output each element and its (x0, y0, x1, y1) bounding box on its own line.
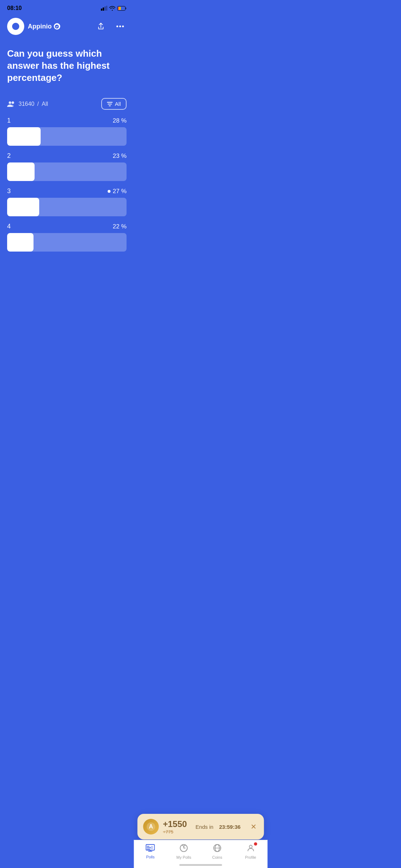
answer-pct-1: 28 % (113, 117, 127, 124)
answer-header-3: 3 27 % (7, 187, 127, 195)
verified-badge (54, 23, 60, 30)
header-right (94, 20, 127, 33)
bar-fill-2 (7, 162, 35, 181)
stats-left: 31640 / All (7, 101, 48, 107)
svg-rect-1 (103, 7, 104, 11)
share-button[interactable] (94, 20, 107, 33)
answer-dot-3 (108, 190, 110, 193)
svg-point-12 (119, 26, 121, 27)
bar-fill-3 (7, 198, 39, 216)
answer-pct-3: 27 % (108, 188, 127, 195)
answer-item-1: 1 28 % (7, 117, 127, 146)
svg-text:A: A (14, 24, 17, 29)
svg-rect-7 (125, 7, 127, 9)
answer-num-2: 2 (7, 152, 11, 160)
svg-point-15 (12, 101, 14, 104)
answer-header-1: 1 28 % (7, 117, 127, 124)
answer-num-1: 1 (7, 117, 11, 124)
answer-pct-2: 23 % (113, 153, 127, 160)
header-left: A Appinio (7, 18, 60, 35)
app-name: Appinio (28, 23, 60, 30)
main-content: Can you guess which answer has the highe… (0, 41, 134, 315)
svg-point-13 (122, 26, 124, 27)
bar-container-3 (7, 198, 127, 216)
answer-item-2: 2 23 % (7, 152, 127, 181)
answer-header-2: 2 23 % (7, 152, 127, 160)
filter-icon (107, 102, 113, 107)
bar-container-4 (7, 233, 127, 252)
bar-container-2 (7, 162, 127, 181)
filter-label: All (115, 101, 121, 107)
answer-pct-4: 22 % (113, 223, 127, 230)
app-avatar: A (7, 18, 24, 35)
stats-row: 31640 / All All (7, 98, 127, 110)
status-time: 08:10 (7, 5, 22, 11)
filter-button[interactable]: All (101, 98, 127, 110)
app-header: A Appinio (0, 14, 134, 41)
battery-icon (117, 6, 127, 11)
answer-num-3: 3 (7, 187, 11, 195)
svg-rect-2 (104, 6, 106, 11)
status-bar: 08:10 (0, 0, 134, 14)
bar-fill-4 (7, 233, 34, 252)
answers-list: 1 28 % 2 23 % 3 27 % (7, 117, 127, 258)
svg-rect-3 (106, 6, 107, 11)
answer-item-4: 4 22 % (7, 223, 127, 252)
svg-rect-0 (101, 9, 102, 11)
respondent-count: 31640 (19, 101, 35, 107)
bar-fill-1 (7, 127, 41, 146)
more-options-button[interactable] (114, 20, 127, 33)
svg-rect-6 (118, 7, 119, 10)
signal-icon (101, 6, 107, 11)
wifi-icon (109, 6, 115, 11)
status-icons (101, 6, 127, 11)
answer-header-4: 4 22 % (7, 223, 127, 230)
question-title: Can you guess which answer has the highe… (7, 48, 127, 84)
svg-point-11 (117, 26, 118, 27)
people-icon (7, 101, 16, 107)
bar-container-1 (7, 127, 127, 146)
svg-point-10 (55, 25, 59, 29)
stats-separator: / (37, 101, 39, 107)
svg-point-14 (9, 101, 11, 104)
answer-item-3: 3 27 % (7, 187, 127, 216)
answer-num-4: 4 (7, 223, 11, 230)
stats-group: All (42, 101, 48, 107)
